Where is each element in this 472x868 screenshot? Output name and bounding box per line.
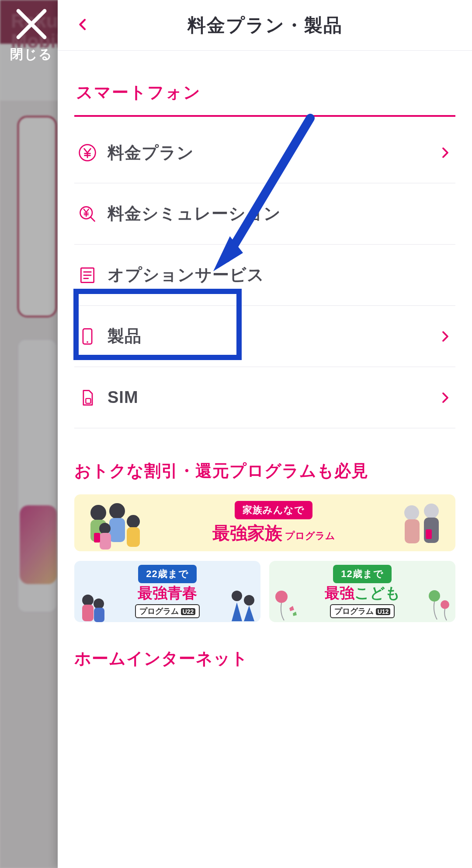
menu-item-option[interactable]: オプションサービス: [74, 245, 455, 306]
menu-item-label: オプションサービス: [108, 264, 264, 286]
promo-kids-pill: 12歳まで: [333, 565, 391, 583]
panel-title: 料金プラン・製品: [187, 13, 343, 38]
promo-youth-banner[interactable]: 22歳まで 最強青春 プログラム U22: [74, 561, 260, 622]
balloons-illustration: [272, 583, 302, 622]
promo-kids-banner[interactable]: 12歳まで 最強こども プログラム U12: [269, 561, 455, 622]
svg-rect-14: [94, 533, 100, 542]
menu-item-product[interactable]: 製品: [74, 306, 455, 367]
svg-point-20: [82, 595, 94, 606]
svg-point-4: [87, 341, 88, 343]
yen-search-icon: [77, 203, 98, 224]
menu-item-simulation[interactable]: 料金シミュレーション: [74, 183, 455, 245]
smartphone-icon: [77, 326, 98, 347]
chevron-left-icon: [76, 18, 90, 33]
svg-point-25: [244, 595, 254, 606]
yen-circle-icon: [77, 142, 98, 163]
section-discount-title: おトクな割引・還元プログラムも必見: [74, 460, 455, 482]
svg-rect-16: [405, 519, 420, 543]
menu-item-sim[interactable]: SIM: [74, 367, 455, 428]
close-label: 閉じる: [5, 46, 58, 63]
section-smartphone-title: スマートフォン: [74, 81, 455, 115]
people-illustration: [227, 583, 258, 622]
chevron-right-icon: [439, 146, 452, 159]
back-button[interactable]: [71, 13, 95, 38]
svg-point-12: [99, 523, 111, 534]
smartphone-menu: 料金プラン 料金シミュレーション オプ: [74, 122, 455, 428]
svg-point-17: [424, 504, 439, 518]
svg-rect-13: [100, 533, 111, 550]
promo-family-pill: 家族みんなで: [235, 501, 312, 519]
svg-point-8: [109, 503, 125, 519]
svg-rect-9: [109, 518, 125, 542]
promo-family-banner[interactable]: 家族みんなで 最強家族 プログラム: [74, 494, 455, 551]
menu-item-label: 料金シミュレーション: [108, 203, 281, 225]
svg-rect-11: [127, 527, 140, 547]
section-home-internet-title: ホームインターネット: [74, 648, 455, 670]
list-doc-icon: [77, 265, 98, 286]
svg-point-6: [90, 505, 106, 521]
svg-point-24: [232, 591, 242, 601]
close-icon: [13, 5, 50, 43]
menu-panel: 料金プラン・製品 スマートフォン 料金プラン: [58, 0, 472, 868]
menu-item-label: 料金プラン: [108, 142, 194, 164]
svg-point-10: [127, 515, 140, 528]
people-illustration: [77, 583, 108, 622]
promo-kids-sub: プログラム U12: [330, 604, 395, 618]
promo-youth-sub: プログラム U22: [135, 604, 200, 618]
people-illustration: [394, 494, 447, 551]
svg-rect-21: [82, 605, 94, 621]
people-illustration: [83, 494, 153, 551]
balloons-illustration: [422, 583, 453, 622]
panel-header: 料金プラン・製品: [58, 0, 472, 51]
svg-point-22: [94, 598, 104, 609]
menu-item-label: SIM: [108, 388, 139, 407]
close-button[interactable]: 閉じる: [5, 5, 58, 63]
svg-point-28: [441, 600, 449, 609]
promo-youth-pill: 22歳まで: [138, 565, 196, 583]
svg-point-27: [429, 590, 440, 602]
chevron-right-icon: [439, 330, 452, 343]
svg-rect-5: [86, 398, 90, 403]
svg-rect-23: [94, 608, 104, 622]
chevron-right-icon: [439, 391, 452, 404]
menu-item-plan[interactable]: 料金プラン: [74, 122, 455, 183]
menu-item-label: 製品: [108, 325, 142, 347]
section-underline: [74, 115, 455, 117]
promo-family-suffix: プログラム: [285, 529, 335, 542]
svg-point-15: [404, 505, 419, 520]
svg-rect-19: [426, 529, 432, 539]
promo-family-strong: 最強家族: [212, 521, 282, 545]
svg-point-26: [275, 591, 288, 603]
promo-youth-strong: 最強青春: [138, 583, 197, 603]
promo-kids-strong: 最強こども: [325, 583, 400, 603]
sim-card-icon: [77, 387, 98, 408]
